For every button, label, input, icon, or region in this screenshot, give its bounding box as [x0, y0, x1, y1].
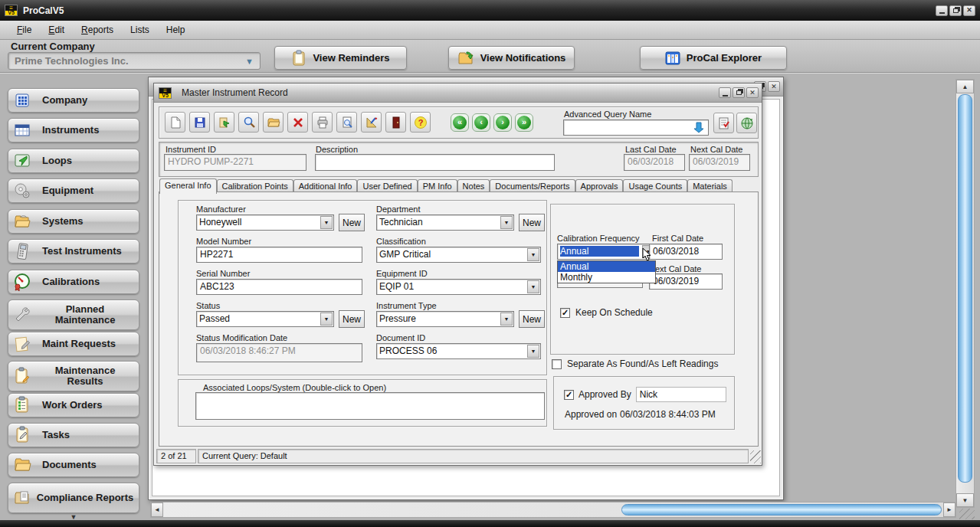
separate-readings-checkbox[interactable]	[552, 359, 562, 369]
schedule-next-cal-date-label: Next Cal Date	[649, 264, 701, 273]
sidebar-item-maint-requests[interactable]: Maint Requests	[8, 332, 139, 356]
approved-by-checkbox[interactable]	[564, 390, 574, 400]
chevron-down-icon[interactable]: ▼	[320, 313, 333, 326]
schedule-groupbox: Calibration Frequency Annual ▼ First Cal…	[550, 204, 735, 355]
equipment-id-combo[interactable]: EQIP 01▼	[376, 279, 541, 295]
first-record-button[interactable]: «	[451, 113, 469, 132]
instrument-type-combo[interactable]: Pressure▼	[376, 311, 514, 327]
clipboard-icon	[291, 50, 306, 67]
description-field[interactable]	[315, 154, 555, 171]
calibration-frequency-combo[interactable]: Annual ▼	[557, 244, 656, 260]
copy-record-button[interactable]	[214, 112, 234, 133]
sidebar-item-loops[interactable]: Loops	[8, 149, 139, 173]
view-notifications-button[interactable]: View Notifications	[448, 46, 575, 70]
dropdown-option-monthly[interactable]: Monthly	[558, 272, 655, 283]
instrument-id-field[interactable]: HYDRO PUMP-2271	[164, 154, 306, 171]
sidebar-item-test-instruments[interactable]: Test Instruments	[8, 239, 139, 264]
save-button[interactable]	[189, 112, 210, 133]
menu-lists[interactable]: Lists	[123, 22, 157, 38]
tab-general-info[interactable]: General Info	[159, 178, 217, 194]
mir-restore-button[interactable]	[733, 87, 745, 98]
sidebar-item-maintenance-results[interactable]: Maintenance Results	[8, 361, 139, 391]
vertical-scrollbar[interactable]: ▲ ▼	[955, 79, 975, 508]
classification-combo[interactable]: GMP Critical▼	[376, 247, 541, 263]
manufacturer-new-button[interactable]: New	[339, 214, 365, 231]
associated-loops-listbox[interactable]	[195, 392, 545, 420]
sidebar-item-work-orders[interactable]: Work Orders	[8, 393, 139, 417]
sidebar-item-tasks[interactable]: Tasks	[8, 423, 139, 447]
sidebar-item-calibrations[interactable]: Calibrations	[8, 270, 139, 294]
mir-close-button[interactable]: ✕	[746, 87, 759, 98]
next-record-button[interactable]: ›	[493, 113, 512, 132]
document-id-combo[interactable]: PROCESS 06▼	[376, 343, 541, 359]
status-new-button[interactable]: New	[339, 310, 365, 328]
refresh-globe-button[interactable]	[736, 113, 757, 133]
horizontal-scroll-thumb[interactable]	[621, 504, 942, 516]
horizontal-scrollbar[interactable]: ◄ ►	[150, 502, 956, 518]
background-close-button[interactable]: ✕	[768, 81, 780, 92]
chevron-down-icon[interactable]: ▼	[500, 313, 513, 326]
serial-number-field[interactable]: ABC123	[196, 279, 362, 295]
vertical-scroll-thumb[interactable]	[958, 94, 972, 483]
sidebar-item-planned-maintenance[interactable]: Planned Maintenance	[8, 300, 139, 330]
sidebar-item-equipment[interactable]: Equipment	[8, 178, 139, 203]
dropdown-option-annual[interactable]: Annual	[558, 261, 655, 272]
scroll-left-button[interactable]: ◄	[151, 502, 163, 517]
find-button[interactable]	[238, 112, 259, 133]
status-combo[interactable]: Passed▼	[196, 311, 334, 327]
model-number-field[interactable]: HP2271	[196, 247, 362, 263]
help-button[interactable]: ?	[410, 112, 431, 133]
approved-by-field[interactable]: Nick	[636, 387, 726, 402]
view-reminders-button[interactable]: View Reminders	[274, 46, 407, 70]
new-record-button[interactable]	[165, 112, 185, 133]
menu-edit[interactable]: Edit	[41, 22, 72, 38]
mir-logo-icon: ≡V5	[159, 87, 172, 99]
open-button[interactable]	[263, 112, 284, 133]
advanced-query-combo[interactable]	[563, 119, 709, 136]
query-builder-button[interactable]	[713, 113, 734, 133]
scroll-up-button[interactable]: ▲	[956, 80, 974, 93]
first-cal-date-field[interactable]: 06/03/2018	[649, 244, 723, 260]
first-record-icon: «	[453, 116, 467, 129]
schedule-next-cal-date-field[interactable]: 06/03/2019	[649, 273, 723, 290]
chevron-down-icon[interactable]: ▼	[527, 248, 539, 261]
sidebar-item-systems[interactable]: Systems	[8, 209, 139, 234]
design-button[interactable]	[361, 112, 382, 133]
chevron-down-icon[interactable]: ▼	[500, 216, 513, 229]
mir-minimize-button[interactable]	[719, 87, 731, 98]
exit-button[interactable]	[385, 112, 406, 133]
chevron-down-icon[interactable]: ▼	[527, 345, 539, 358]
menu-reports[interactable]: Reports	[74, 22, 121, 38]
window-resize-grip[interactable]	[959, 509, 975, 519]
header-next-cal-field[interactable]: 06/03/2019	[689, 154, 750, 171]
last-record-button[interactable]: »	[515, 113, 533, 132]
menu-help[interactable]: Help	[159, 22, 193, 38]
approved-on-label: Approved on	[565, 409, 617, 420]
sidebar-item-compliance-reports[interactable]: Compliance Reports	[8, 483, 139, 513]
print-button[interactable]	[312, 112, 333, 133]
sidebar-item-company[interactable]: Company	[8, 88, 139, 113]
chevron-down-icon[interactable]: ▼	[320, 216, 333, 229]
procal-explorer-button[interactable]: ProCal Explorer	[640, 46, 787, 70]
query-dropdown-arrow-icon[interactable]	[693, 121, 706, 133]
sidebar-item-instruments[interactable]: Instruments	[8, 118, 139, 142]
chevron-down-icon[interactable]: ▼	[527, 280, 539, 293]
instrument-type-new-button[interactable]: New	[519, 310, 545, 328]
main-restore-button[interactable]	[949, 5, 962, 16]
main-minimize-button[interactable]	[936, 5, 948, 16]
scroll-down-button[interactable]: ▼	[956, 493, 974, 507]
manufacturer-combo[interactable]: Honeywell▼	[196, 214, 334, 231]
mir-resize-grip[interactable]	[750, 450, 761, 463]
department-combo[interactable]: Technician▼	[376, 214, 514, 231]
current-company-combo[interactable]: Prime Technologies Inc. ▼	[8, 52, 261, 70]
scroll-right-button[interactable]: ►	[943, 502, 955, 517]
print-preview-button[interactable]	[336, 112, 357, 133]
delete-button[interactable]	[287, 112, 308, 133]
sidebar-item-documents[interactable]: Documents	[8, 453, 139, 477]
previous-record-button[interactable]: ‹	[472, 113, 490, 132]
main-close-button[interactable]: ✕	[963, 5, 975, 16]
header-last-cal-field[interactable]: 06/03/2018	[624, 154, 685, 171]
keep-on-schedule-checkbox[interactable]	[560, 308, 570, 318]
department-new-button[interactable]: New	[519, 214, 545, 231]
menu-file[interactable]: File	[9, 22, 39, 38]
